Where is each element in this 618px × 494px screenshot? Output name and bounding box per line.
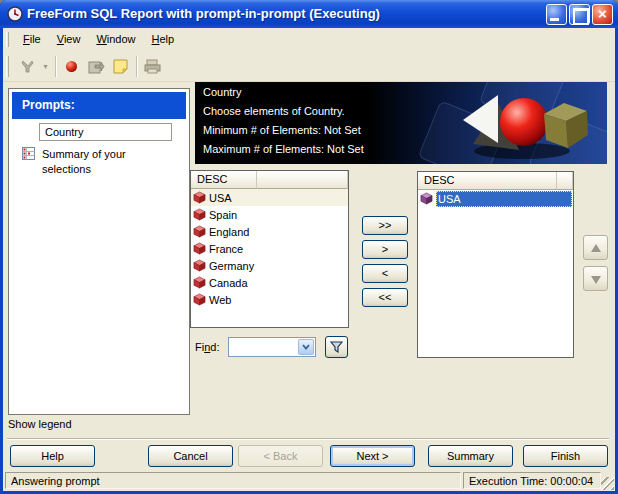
menu-window[interactable]: Window	[88, 28, 143, 49]
move-up-button	[583, 235, 608, 260]
red-cube-icon	[193, 191, 206, 204]
menubar: File View Window Help	[3, 28, 615, 51]
available-list-header: DESC	[191, 171, 348, 189]
gray-figure-icon	[20, 59, 35, 74]
next-button[interactable]: Next >	[330, 445, 415, 467]
list-item-usa[interactable]: USA	[191, 189, 348, 206]
back-button: < Back	[238, 445, 323, 467]
toolbar-separator	[55, 56, 57, 77]
menu-file[interactable]: File	[15, 28, 49, 49]
printer-button	[141, 55, 164, 78]
list-item-label: Spain	[209, 209, 237, 221]
list-item-france[interactable]: France	[191, 240, 348, 257]
toolbar: ▾	[3, 52, 615, 82]
summary-button[interactable]: Summary	[428, 445, 513, 467]
prompt-banner: Country Choose elements of Country. Mini…	[195, 82, 607, 164]
toolbar-separator	[136, 56, 138, 77]
banner-min-elements: Minimum # of Elements: Not Set	[203, 124, 361, 136]
red-cube-icon	[193, 293, 206, 306]
banner-subtitle: Choose elements of Country.	[203, 105, 345, 117]
selected-elements-list: DESC USA	[417, 171, 574, 358]
clock-icon	[7, 6, 23, 22]
list-item-label: Canada	[209, 277, 248, 289]
purple-cube-icon	[420, 192, 433, 205]
find-combobox[interactable]	[228, 337, 316, 357]
send-export-button[interactable]	[85, 55, 108, 78]
list-item-label: France	[209, 243, 243, 255]
list-item-label: USA	[209, 192, 232, 204]
footer-divider	[7, 438, 609, 440]
prompts-panel: Prompts: Country Summary of your selecti…	[8, 88, 190, 415]
move-all-right-button[interactable]: >>	[362, 216, 408, 235]
menu-view[interactable]: View	[49, 28, 89, 49]
prompt-item-summary-label: Summary of your selections	[42, 147, 162, 177]
cancel-button[interactable]: Cancel	[148, 445, 233, 467]
minimize-button[interactable]	[546, 4, 567, 25]
list-item-label: Germany	[209, 260, 254, 272]
prompt-item-country[interactable]: Country	[39, 123, 172, 141]
red-cube-icon	[193, 225, 206, 238]
window-title: FreeForm SQL Report with prompt-in-promp…	[27, 6, 380, 21]
red-cube-icon	[193, 242, 206, 255]
selected-list-header: DESC	[418, 172, 573, 190]
dropdown-arrow-icon: ▾	[40, 55, 51, 78]
move-right-button[interactable]: >	[362, 240, 408, 259]
list-item-canada[interactable]: Canada	[191, 274, 348, 291]
send-export-icon	[88, 59, 105, 74]
prompt-banner-art	[367, 82, 607, 164]
list-item-web[interactable]: Web	[191, 291, 348, 308]
list-item-label: USA	[436, 191, 572, 207]
list-item-spain[interactable]: Spain	[191, 206, 348, 223]
list-item-england[interactable]: England	[191, 223, 348, 240]
summary-grid-icon	[22, 147, 35, 160]
list-item-label: England	[209, 226, 249, 238]
red-cube-icon	[193, 276, 206, 289]
show-legend-link[interactable]: Show legend	[8, 418, 72, 430]
close-button[interactable]	[592, 4, 613, 25]
column-header-empty[interactable]	[557, 172, 573, 190]
dialog-client-area: File View Window Help ▾	[3, 28, 615, 491]
menubar-grip[interactable]	[6, 32, 9, 47]
help-button[interactable]: Help	[10, 445, 95, 467]
titlebar: FreeForm SQL Report with prompt-in-promp…	[0, 0, 618, 28]
maximize-button[interactable]	[569, 4, 590, 25]
menu-help[interactable]: Help	[144, 28, 183, 49]
red-ball-icon	[65, 60, 78, 73]
red-ball-button[interactable]	[60, 55, 83, 78]
sticky-note-icon	[113, 59, 128, 74]
move-all-left-button[interactable]: <<	[362, 288, 408, 307]
column-header-empty[interactable]	[257, 171, 348, 189]
prompts-panel-header: Prompts:	[12, 92, 186, 119]
toolbar-grip[interactable]	[6, 56, 9, 77]
column-header-desc[interactable]: DESC	[191, 171, 257, 189]
execution-time: Execution Time: 00:00:04	[463, 472, 601, 489]
sticky-note-button[interactable]	[109, 55, 132, 78]
find-label: Find:	[195, 341, 219, 353]
filter-funnel-icon	[330, 341, 343, 353]
finish-button[interactable]: Finish	[523, 445, 608, 467]
red-cube-icon	[193, 208, 206, 221]
chevron-down-icon	[302, 344, 310, 350]
list-item-label: Web	[209, 294, 231, 306]
red-cube-icon	[193, 259, 206, 272]
prompt-item-summary[interactable]: Summary of your selections	[22, 147, 182, 177]
banner-max-elements: Maximum # of Elements: Not Set	[203, 143, 364, 155]
resize-grip[interactable]	[601, 477, 614, 490]
combobox-dropdown-button[interactable]	[298, 339, 314, 355]
up-arrow-icon	[591, 244, 601, 252]
statusbar: Answering prompt Execution Time: 00:00:0…	[3, 470, 615, 491]
move-left-button[interactable]: <	[362, 264, 408, 283]
printer-icon	[144, 59, 161, 74]
match-filter-button[interactable]	[325, 336, 348, 358]
move-down-button	[583, 266, 608, 291]
column-header-desc[interactable]: DESC	[418, 172, 557, 190]
list-item-usa-selected[interactable]: USA	[418, 190, 573, 207]
status-message: Answering prompt	[5, 472, 461, 489]
down-arrow-icon	[591, 276, 601, 284]
available-elements-list: DESC USA Spain England France German	[190, 170, 349, 328]
list-item-germany[interactable]: Germany	[191, 257, 348, 274]
gray-figure-button	[16, 55, 39, 78]
prompt-dialog-window: FreeForm SQL Report with prompt-in-promp…	[0, 0, 618, 494]
banner-title: Country	[203, 86, 242, 98]
